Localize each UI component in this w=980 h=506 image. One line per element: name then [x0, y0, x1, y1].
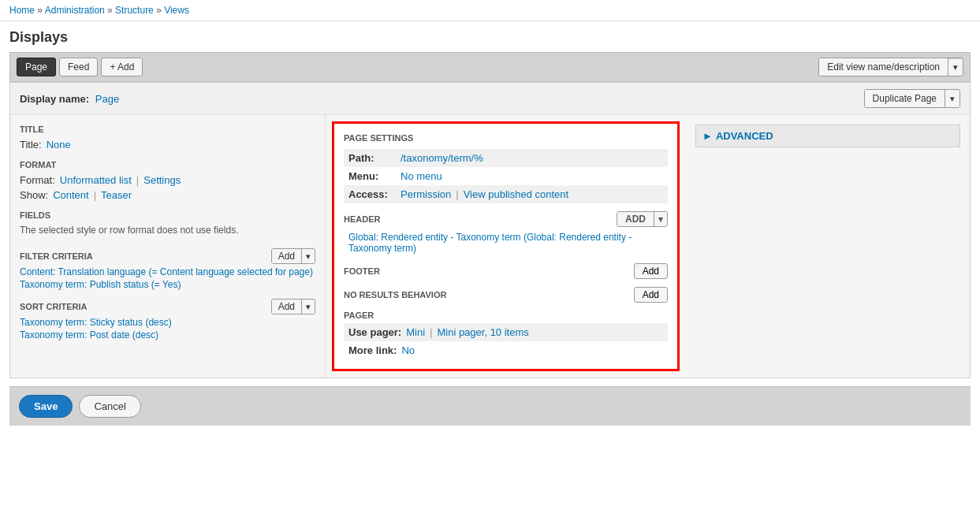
sort-section-label: SORT CRITERIA [20, 302, 88, 311]
access-label: Access: [348, 188, 396, 200]
path-row: Path: /taxonomy/term/% [344, 149, 668, 167]
fields-desc: The selected style or row format does no… [20, 223, 315, 240]
footer-add-button[interactable]: Add [634, 263, 668, 279]
sort-add-arrow[interactable]: ▾ [302, 300, 315, 314]
header-link[interactable]: Global: Rendered entity - Taxonomy term … [344, 230, 668, 255]
left-panel: TITLE Title: None FORMAT Format: Unforma… [10, 115, 326, 378]
show-row: Show: Content | Teaser [20, 188, 315, 203]
page-settings-title: PAGE SETTINGS [344, 133, 668, 143]
fields-section-label: FIELDS [20, 210, 315, 220]
format-label: Format: [20, 174, 55, 186]
use-pager-link[interactable]: Mini pager, 10 items [437, 326, 528, 338]
filter-item-0[interactable]: Content: Translation language (= Content… [20, 266, 315, 278]
duplicate-page-arrow[interactable]: ▾ [945, 91, 960, 107]
display-name-value[interactable]: Page [95, 93, 119, 105]
breadcrumb: Home » Administration » Structure » View… [0, 0, 980, 21]
access-row: Access: Permission | View published cont… [344, 185, 668, 203]
save-button[interactable]: Save [19, 395, 73, 418]
title-row: Title: None [20, 137, 315, 152]
tab-page[interactable]: Page [17, 58, 56, 76]
title-value[interactable]: None [47, 139, 71, 151]
format-row: Format: Unformatted list | Settings [20, 173, 315, 188]
displays-toolbar: Page Feed + Add Edit view name/descripti… [9, 52, 971, 82]
breadcrumb-views[interactable]: Views [164, 5, 189, 16]
filter-add-arrow[interactable]: ▾ [302, 250, 315, 263]
bottom-bar: Save Cancel [9, 386, 971, 426]
filter-item-1[interactable]: Taxonomy term: Publish status (= Yes) [20, 278, 315, 291]
duplicate-page-button[interactable]: Duplicate Page [865, 90, 945, 107]
advanced-section[interactable]: ► ADVANCED [695, 125, 960, 147]
menu-row: Menu: No menu [344, 167, 668, 185]
filter-section-label: FILTER CRITERIA [20, 251, 93, 261]
sort-add-split[interactable]: Add ▾ [271, 299, 315, 314]
breadcrumb-home[interactable]: Home [9, 5, 35, 16]
path-label: Path: [348, 152, 396, 164]
add-display-button[interactable]: + Add [101, 58, 143, 76]
sort-item-0[interactable]: Taxonomy term: Sticky status (desc) [20, 316, 315, 329]
duplicate-page-split-button[interactable]: Duplicate Page ▾ [864, 89, 960, 108]
use-pager-row: Use pager: Mini | Mini pager, 10 items [344, 323, 668, 341]
show-label: Show: [20, 189, 48, 201]
more-link-row: More link: No [344, 341, 668, 359]
displays-heading: Displays [9, 29, 971, 46]
sort-item-1[interactable]: Taxonomy term: Post date (desc) [20, 329, 315, 341]
more-link-value[interactable]: No [401, 344, 415, 356]
breadcrumb-structure[interactable]: Structure [115, 5, 154, 16]
more-link-label: More link: [348, 344, 397, 356]
filter-add-button[interactable]: Add [272, 249, 302, 263]
footer-section-label: FOOTER Add [344, 263, 668, 279]
no-results-section-label: NO RESULTS BEHAVIOR Add [344, 287, 668, 303]
format-settings-link[interactable]: Settings [143, 174, 181, 186]
header-section-label: HEADER Add ▾ [344, 211, 668, 227]
use-pager-value[interactable]: Mini [406, 326, 425, 338]
filter-add-split[interactable]: Add ▾ [271, 248, 315, 264]
edit-view-dropdown-arrow[interactable]: ▾ [948, 59, 963, 76]
header-add-arrow[interactable]: ▾ [654, 213, 667, 226]
pager-section-label: PAGER [344, 311, 668, 320]
header-add-button[interactable]: Add [617, 212, 654, 226]
use-pager-label: Use pager: [348, 326, 401, 338]
tab-feed[interactable]: Feed [59, 58, 98, 76]
advanced-label: ADVANCED [716, 130, 773, 142]
cancel-button[interactable]: Cancel [79, 395, 140, 418]
display-name-label: Display name: [20, 93, 89, 105]
advanced-arrow-icon: ► [702, 130, 713, 142]
breadcrumb-administration[interactable]: Administration [45, 5, 105, 16]
format-value[interactable]: Unformatted list [60, 174, 132, 186]
display-name-row: Display name: Page Duplicate Page ▾ [10, 83, 970, 115]
access-link[interactable]: View published content [464, 188, 568, 200]
show-value-content[interactable]: Content [53, 189, 89, 201]
edit-view-split-button[interactable]: Edit view name/description ▾ [818, 58, 963, 76]
title-label: Title: [20, 139, 42, 151]
right-panel: ► ADVANCED [686, 115, 970, 378]
show-value-teaser[interactable]: Teaser [101, 189, 132, 201]
edit-view-button[interactable]: Edit view name/description [819, 58, 948, 76]
panels: TITLE Title: None FORMAT Format: Unforma… [10, 115, 970, 378]
filter-criteria-header: FILTER CRITERIA Add ▾ [20, 248, 315, 264]
sort-add-button[interactable]: Add [272, 300, 302, 314]
menu-value[interactable]: No menu [401, 170, 442, 182]
format-section-label: FORMAT [20, 160, 315, 169]
no-results-add-button[interactable]: Add [634, 287, 668, 303]
path-value[interactable]: /taxonomy/term/% [401, 152, 483, 164]
sort-criteria-header: SORT CRITERIA Add ▾ [20, 299, 315, 314]
title-section-label: TITLE [20, 125, 315, 134]
content-area: Display name: Page Duplicate Page ▾ TITL… [9, 82, 971, 378]
header-add-split[interactable]: Add ▾ [617, 211, 668, 227]
menu-label: Menu: [348, 170, 396, 182]
access-value[interactable]: Permission [401, 188, 451, 200]
page-settings-panel: PAGE SETTINGS Path: /taxonomy/term/% Men… [332, 121, 680, 371]
